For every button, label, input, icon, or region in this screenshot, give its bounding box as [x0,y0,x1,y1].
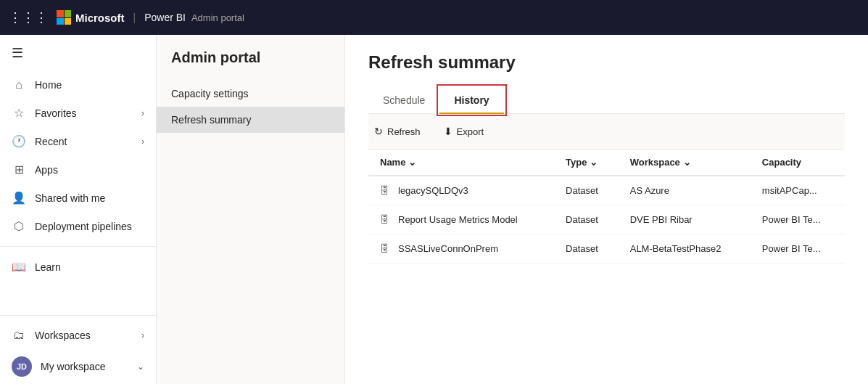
chevron-down-icon: ⌄ [137,361,144,372]
dataset-icon: 🗄 [380,214,389,225]
microsoft-logo: Microsoft [57,10,125,25]
cell-workspace: DVE PBI Ribar [619,205,751,234]
right-panel: Refresh summary Schedule History ↻ Refre… [345,35,868,384]
topbar: ⋮⋮⋮ Microsoft | Power BI Admin portal [0,0,868,35]
col-header-name[interactable]: Name ⌄ [368,150,554,176]
cell-type: Dataset [554,205,619,234]
apps-icon: ⊞ [12,163,26,176]
left-panel: Admin portal Capacity settings Refresh s… [157,35,345,384]
sidebar-label-recent: Recent [35,136,133,147]
sidebar-label-favorites: Favorites [35,107,133,119]
chevron-right-icon: › [141,330,144,340]
topbar-divider: | [133,12,136,23]
cell-name: 🗄 SSASLiveConnOnPrem [368,234,554,264]
grid-icon[interactable]: ⋮⋮⋮ [9,9,48,25]
sidebar-item-my-workspace[interactable]: JD My workspace ⌄ [0,349,156,384]
sidebar-label-home: Home [35,79,144,91]
dataset-icon: 🗄 [380,185,389,196]
sidebar-item-shared-with-me[interactable]: 👤 Shared with me [0,184,156,212]
export-button[interactable]: ⬇ Export [438,121,490,142]
clock-icon: 🕐 [12,134,26,148]
col-header-capacity[interactable]: Capacity [751,150,845,176]
sidebar-label-learn: Learn [35,261,144,273]
cell-workspace: AS Azure [619,176,751,205]
hamburger-menu[interactable]: ☰ [0,35,156,71]
learn-icon: 📖 [12,260,26,274]
cell-type: Dataset [554,234,619,264]
sidebar-item-recent[interactable]: 🕐 Recent › [0,127,156,155]
sidebar-item-learn[interactable]: 📖 Learn [0,253,156,281]
sidebar: ☰ ⌂ Home ☆ Favorites › 🕐 Recent › ⊞ Apps… [0,35,157,384]
cell-name: 🗄 Report Usage Metrics Model [368,205,554,234]
export-label: Export [457,126,484,137]
sort-icon-type: ⌄ [590,157,598,168]
chevron-right-icon: › [141,108,144,118]
refresh-label: Refresh [387,126,421,137]
sidebar-divider [0,246,156,247]
col-header-type[interactable]: Type ⌄ [554,150,619,176]
person-icon: 👤 [12,191,26,205]
tabs-bar: Schedule History [368,87,845,114]
home-icon: ⌂ [12,78,26,91]
workspaces-icon: 🗂 [12,329,26,342]
sidebar-item-workspaces[interactable]: 🗂 Workspaces › [0,322,156,349]
data-table: Name ⌄ Type ⌄ Workspace [368,150,845,264]
pipeline-icon: ⬡ [12,219,26,233]
sidebar-label-deployment: Deployment pipelines [35,221,144,232]
dataset-icon: 🗄 [380,243,389,254]
sidebar-divider-bottom [0,315,156,316]
sidebar-item-apps[interactable]: ⊞ Apps [0,155,156,184]
left-nav-capacity-settings[interactable]: Capacity settings [157,81,344,107]
portal-label: Admin portal [191,12,244,23]
brand-name: Microsoft [75,12,125,24]
table-row[interactable]: 🗄 legacySQLDQv3 Dataset AS Azure msitAPC… [368,176,845,205]
table-row[interactable]: 🗄 SSASLiveConnOnPrem Dataset ALM-BetaTes… [368,234,845,264]
toolbar: ↻ Refresh ⬇ Export [368,114,845,150]
sort-icon-name: ⌄ [408,157,416,168]
chevron-right-icon: › [141,136,144,147]
admin-portal-title: Admin portal [157,49,344,81]
col-header-workspace[interactable]: Workspace ⌄ [619,150,751,176]
sidebar-item-home[interactable]: ⌂ Home [0,71,156,99]
cell-capacity: msitAPCap... [751,176,845,205]
sidebar-label-workspaces: Workspaces [35,330,133,341]
left-nav-refresh-summary[interactable]: Refresh summary [157,107,344,133]
export-icon: ⬇ [444,126,452,137]
sidebar-item-favorites[interactable]: ☆ Favorites › [0,99,156,127]
sort-icon-workspace: ⌄ [683,157,691,168]
cell-name: 🗄 legacySQLDQv3 [368,176,554,205]
tab-history[interactable]: History [439,87,503,113]
sidebar-label-shared: Shared with me [35,192,144,204]
cell-workspace: ALM-BetaTestPhase2 [619,234,751,264]
cell-capacity: Power BI Te... [751,205,845,234]
avatar: JD [12,356,32,377]
sidebar-item-deployment[interactable]: ⬡ Deployment pipelines [0,212,156,240]
sidebar-label-my-workspace: My workspace [41,361,128,372]
app-name: Power BI [144,12,186,23]
refresh-icon: ↻ [374,126,383,137]
star-icon: ☆ [12,106,26,120]
sidebar-label-apps: Apps [35,164,144,176]
refresh-button[interactable]: ↻ Refresh [368,121,426,142]
tab-schedule[interactable]: Schedule [368,87,439,113]
page-title: Refresh summary [368,52,845,73]
cell-capacity: Power BI Te... [751,234,845,264]
table-row[interactable]: 🗄 Report Usage Metrics Model Dataset DVE… [368,205,845,234]
content-area: Admin portal Capacity settings Refresh s… [157,35,868,384]
cell-type: Dataset [554,176,619,205]
